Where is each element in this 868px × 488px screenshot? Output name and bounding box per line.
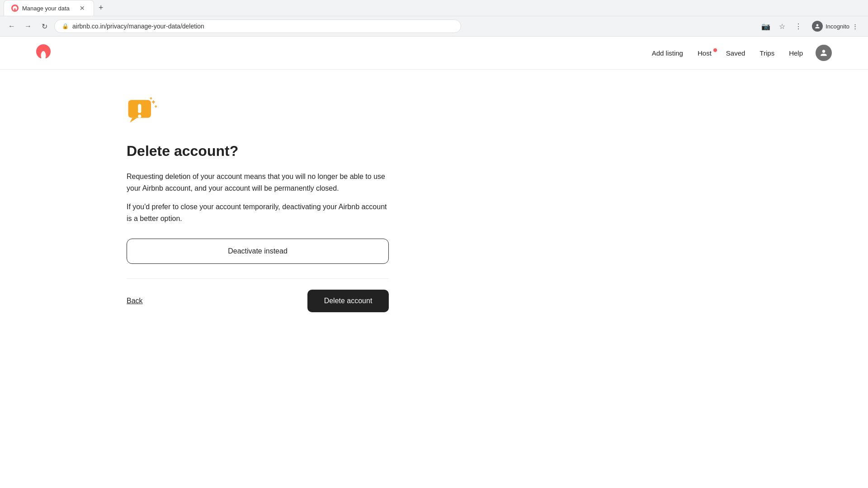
host-notification-dot xyxy=(713,48,717,52)
back-link[interactable]: Back xyxy=(127,297,143,305)
host-link[interactable]: Host xyxy=(696,46,713,61)
svg-rect-1 xyxy=(138,104,141,113)
back-nav-button[interactable]: ← xyxy=(5,20,18,33)
section-divider xyxy=(127,278,389,279)
airbnb-logo[interactable] xyxy=(36,44,51,62)
add-listing-link[interactable]: Add listing xyxy=(650,46,685,61)
browser-chrome: Manage your data ✕ + ← → ↻ 🔒 airbnb.co.i… xyxy=(0,0,868,37)
content-area: Delete account? Requesting deletion of y… xyxy=(127,97,389,312)
reload-button[interactable]: ↻ xyxy=(38,20,51,33)
browser-toolbar: ← → ↻ 🔒 airbnb.co.in/privacy/manage-your… xyxy=(0,16,868,36)
main-content: Delete account? Requesting deletion of y… xyxy=(0,70,542,339)
delete-account-button[interactable]: Delete account xyxy=(307,290,389,312)
tab-close-button[interactable]: ✕ xyxy=(78,4,86,12)
trips-link[interactable]: Trips xyxy=(758,46,776,61)
chrome-menu-dots: ⋮ xyxy=(852,23,858,30)
incognito-button[interactable]: Incognito ⋮ xyxy=(807,19,863,33)
deactivate-instead-button[interactable]: Deactivate instead xyxy=(127,239,389,264)
bookmark-button[interactable]: ☆ xyxy=(775,19,789,33)
warning-icon xyxy=(127,97,159,131)
incognito-icon xyxy=(812,21,823,32)
lock-icon: 🔒 xyxy=(62,23,69,29)
user-avatar[interactable] xyxy=(816,45,832,61)
warning-icon-wrapper xyxy=(127,97,389,131)
tab-favicon xyxy=(11,5,19,12)
saved-link[interactable]: Saved xyxy=(724,46,747,61)
chrome-menu-button[interactable]: ⋮ xyxy=(791,19,806,33)
actions-row: Back Delete account xyxy=(127,290,389,312)
page-title: Delete account? xyxy=(127,142,389,160)
help-link[interactable]: Help xyxy=(787,46,805,61)
camera-icon-button[interactable]: 📷 xyxy=(759,19,773,33)
description-paragraph-1: Requesting deletion of your account mean… xyxy=(127,171,389,194)
address-bar[interactable]: 🔒 airbnb.co.in/privacy/manage-your-data/… xyxy=(54,19,461,33)
tab-bar: Manage your data ✕ + xyxy=(0,0,868,16)
incognito-label: Incognito xyxy=(826,23,849,30)
description-paragraph-2: If you'd prefer to close your account te… xyxy=(127,201,389,224)
app-header: Add listing Host Saved Trips Help xyxy=(0,37,868,70)
new-tab-button[interactable]: + xyxy=(96,0,106,15)
toolbar-actions: 📷 ☆ ⋮ Incognito ⋮ xyxy=(759,19,863,33)
forward-nav-button[interactable]: → xyxy=(22,20,34,33)
active-tab[interactable]: Manage your data ✕ xyxy=(4,0,94,16)
svg-rect-2 xyxy=(138,115,141,118)
main-nav: Add listing Host Saved Trips Help xyxy=(650,45,832,61)
url-text: airbnb.co.in/privacy/manage-your-data/de… xyxy=(72,23,204,30)
tab-title: Manage your data xyxy=(22,5,70,12)
